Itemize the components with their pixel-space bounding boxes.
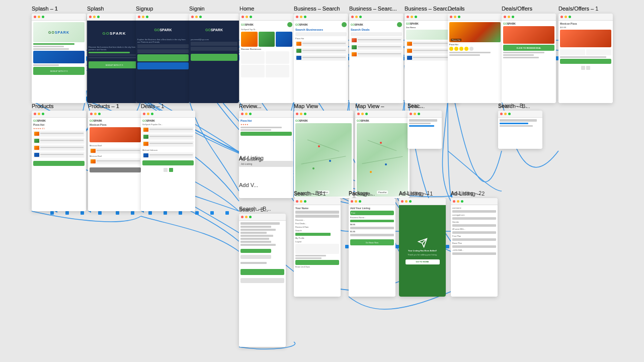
frame-label-deals1-text: Deals – 1 xyxy=(141,103,164,109)
frame-label-deals-offers1-text: Deals/Offers – 1 xyxy=(558,6,598,12)
frame-splash1[interactable]: GOSPARK SIGNUP WITH IT ® xyxy=(32,14,86,103)
frame-label-products1-text: Products – 1 xyxy=(88,103,119,109)
frame-details[interactable]: Pizza Hut Pizza Hut xyxy=(448,14,502,103)
frame-label-seach-text: Seac... xyxy=(408,103,425,109)
svg-rect-44 xyxy=(345,245,349,248)
frame-biz-search2[interactable]: GOSPARK Search Deals xyxy=(349,14,404,103)
frame-label-details-text: Details xyxy=(448,6,465,12)
frame-label-deals-offers-text: Deals/Offers xyxy=(502,6,532,12)
frame-deals1[interactable]: GOSPARK GoSpark Popular De... Michael Jo… xyxy=(141,111,195,211)
frame-products1[interactable]: GOSPARK Mexican Pizza Mexican Beef Mexic… xyxy=(88,111,142,211)
frame-label-biz-search-text: Business – Search xyxy=(294,6,340,12)
frame-search-b[interactable] xyxy=(498,111,542,149)
frame-deals-offers[interactable]: GOSPARK CLICK TO REDEEM DEAL xyxy=(502,14,556,103)
svg-rect-33 xyxy=(98,211,102,215)
svg-rect-45 xyxy=(395,245,399,248)
frame-mapview2[interactable]: GOSPARK PizzaHut xyxy=(355,111,410,198)
frame-label-ad-listing1-text: Ad-Listing – 1 xyxy=(399,191,433,197)
frame-products[interactable]: GOSPARK Pizza Hut ★★★★ 4.5 xyxy=(32,111,86,211)
frame-search-b1[interactable]: Your Name Discover... Find Deals... Revi… xyxy=(294,198,341,297)
svg-rect-46 xyxy=(446,245,449,248)
frame-label-signin-text: Signin xyxy=(189,6,205,12)
frame-packages[interactable]: Add Your Listing Free Business Name... $… xyxy=(349,198,395,297)
svg-rect-31 xyxy=(65,211,69,215)
frame-label-biz-search3-text: Business – Searc... xyxy=(405,6,452,12)
svg-rect-34 xyxy=(116,211,119,215)
frame-splash[interactable]: GOSPARK Discover the business that best … xyxy=(87,14,141,103)
frame-ad-listing1[interactable]: Your Listing Has Been Added! Thank you f… xyxy=(399,198,446,297)
frame-home[interactable]: GOSPARK GoSpark Top Di... Discover Busin… xyxy=(239,14,294,103)
frame-label-search-b-long-text: Search – B... xyxy=(239,206,271,212)
frame-biz-search[interactable]: GOSPARK Search Businesses Pizza Hut xyxy=(294,14,348,103)
frame-seach[interactable] xyxy=(408,111,442,149)
frame-label-packages-text: Package... xyxy=(349,191,375,197)
frame-ad-listing2[interactable]: username outmigail.com Gender 40 west 20… xyxy=(451,198,498,297)
frame-mapview[interactable]: GOSPARK Pizza Hut xyxy=(294,111,353,198)
svg-rect-38 xyxy=(179,211,182,215)
frame-label-splash-text: Splash xyxy=(87,6,104,12)
frame-signup[interactable]: GOSPARK Explore the Business that a Best… xyxy=(136,14,190,103)
frame-label-ad-listing2-text: Ad-Listing – 2 xyxy=(451,191,485,197)
svg-rect-40 xyxy=(210,211,214,215)
frame-label-splash1-text: Splash – 1 xyxy=(32,6,58,12)
frame-label-mapview-text: Map View xyxy=(294,103,318,109)
svg-rect-37 xyxy=(164,211,167,215)
svg-rect-30 xyxy=(50,211,54,215)
frame-deals-offers1[interactable]: Mexican Pizza $10.69 xyxy=(558,14,613,103)
frame-label-products-text: Products xyxy=(32,103,53,109)
frame-label-addv-text: Add V... xyxy=(239,182,258,188)
svg-rect-41 xyxy=(225,211,229,215)
svg-rect-35 xyxy=(131,211,134,215)
frame-label-ad-listing-text: Ad-Listing xyxy=(239,155,264,161)
svg-rect-36 xyxy=(148,211,152,215)
frame-label-search-b-text: Search – B... xyxy=(498,103,530,109)
svg-rect-32 xyxy=(80,211,84,215)
frame-label-search-b1-text: Search – B 1 xyxy=(294,191,326,197)
frame-label-home-text: Home xyxy=(239,6,254,12)
svg-rect-39 xyxy=(195,211,199,215)
frame-label-review-text: Review... xyxy=(239,103,262,109)
frame-signin[interactable]: GOSPARK youremail@sys.com xyxy=(189,14,239,103)
frame-label-mapview2-text: Map View – xyxy=(355,103,384,109)
frame-search-b-long[interactable] xyxy=(239,214,286,347)
canvas: Splash – 1 GOSPARK SIGNUP WITH IT ® Spla… xyxy=(0,0,644,362)
frame-label-signup-text: Signup xyxy=(136,6,153,12)
frame-label-biz-search2-text: Business – Searc... xyxy=(349,6,397,12)
